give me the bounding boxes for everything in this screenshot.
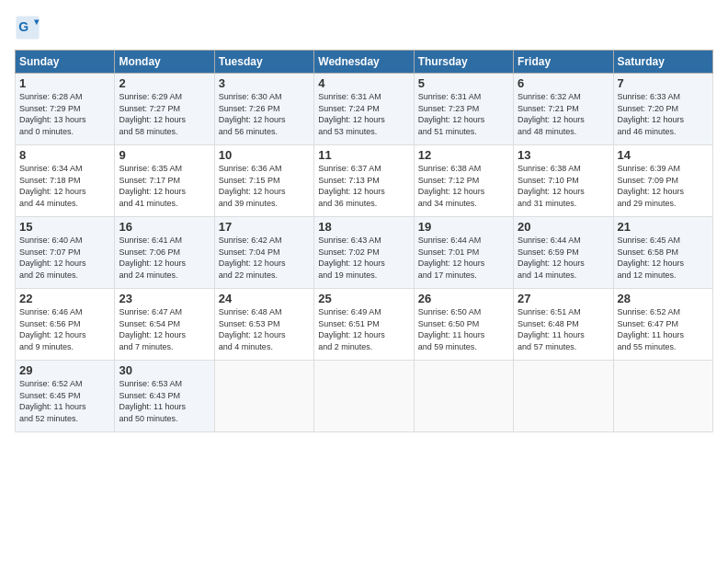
main-container: G SundayMondayTuesdayWednesdayThursdayFr…	[0, 0, 728, 440]
calendar-cell: 27Sunrise: 6:51 AM Sunset: 6:48 PM Dayli…	[514, 289, 613, 361]
calendar-cell: 1Sunrise: 6:28 AM Sunset: 7:29 PM Daylig…	[16, 74, 115, 145]
day-number: 2	[119, 76, 210, 90]
day-info: Sunrise: 6:31 AM Sunset: 7:24 PM Dayligh…	[318, 91, 409, 137]
day-info: Sunrise: 6:52 AM Sunset: 6:47 PM Dayligh…	[618, 306, 709, 352]
calendar-cell: 26Sunrise: 6:50 AM Sunset: 6:50 PM Dayli…	[414, 289, 513, 361]
calendar-cell: 19Sunrise: 6:44 AM Sunset: 7:01 PM Dayli…	[414, 217, 513, 289]
calendar-cell: 20Sunrise: 6:44 AM Sunset: 6:59 PM Dayli…	[514, 217, 613, 289]
day-number: 20	[518, 220, 609, 234]
day-number: 6	[518, 76, 609, 90]
day-info: Sunrise: 6:31 AM Sunset: 7:23 PM Dayligh…	[418, 91, 509, 137]
day-info: Sunrise: 6:53 AM Sunset: 6:43 PM Dayligh…	[119, 378, 210, 424]
day-number: 26	[418, 292, 509, 305]
day-info: Sunrise: 6:38 AM Sunset: 7:12 PM Dayligh…	[418, 163, 509, 209]
day-number: 13	[518, 148, 609, 162]
day-number: 4	[318, 76, 409, 90]
calendar-cell: 18Sunrise: 6:43 AM Sunset: 7:02 PM Dayli…	[314, 217, 414, 289]
day-info: Sunrise: 6:30 AM Sunset: 7:26 PM Dayligh…	[219, 91, 310, 137]
col-header-saturday: Saturday	[613, 51, 712, 74]
calendar-week-row: 1Sunrise: 6:28 AM Sunset: 7:29 PM Daylig…	[16, 74, 713, 145]
day-info: Sunrise: 6:48 AM Sunset: 6:53 PM Dayligh…	[219, 306, 310, 352]
calendar-cell	[214, 361, 313, 432]
day-info: Sunrise: 6:46 AM Sunset: 6:56 PM Dayligh…	[19, 306, 110, 352]
day-number: 28	[618, 292, 709, 305]
svg-text:G: G	[18, 19, 28, 34]
calendar-cell: 6Sunrise: 6:32 AM Sunset: 7:21 PM Daylig…	[514, 74, 613, 145]
calendar-cell: 16Sunrise: 6:41 AM Sunset: 7:06 PM Dayli…	[115, 217, 214, 289]
calendar-table: SundayMondayTuesdayWednesdayThursdayFrid…	[15, 50, 713, 432]
day-info: Sunrise: 6:33 AM Sunset: 7:20 PM Dayligh…	[618, 91, 709, 137]
calendar-cell: 21Sunrise: 6:45 AM Sunset: 6:58 PM Dayli…	[613, 217, 712, 289]
day-info: Sunrise: 6:49 AM Sunset: 6:51 PM Dayligh…	[318, 306, 409, 352]
day-number: 11	[318, 148, 409, 162]
day-number: 3	[219, 76, 310, 90]
col-header-tuesday: Tuesday	[214, 51, 313, 74]
day-number: 22	[19, 292, 110, 305]
calendar-cell: 11Sunrise: 6:37 AM Sunset: 7:13 PM Dayli…	[314, 145, 414, 217]
day-info: Sunrise: 6:50 AM Sunset: 6:50 PM Dayligh…	[418, 306, 509, 352]
day-info: Sunrise: 6:44 AM Sunset: 7:01 PM Dayligh…	[418, 235, 509, 281]
logo-icon: G	[15, 15, 40, 40]
calendar-cell	[314, 361, 414, 432]
calendar-cell: 15Sunrise: 6:40 AM Sunset: 7:07 PM Dayli…	[16, 217, 115, 289]
day-info: Sunrise: 6:42 AM Sunset: 7:04 PM Dayligh…	[219, 235, 310, 281]
day-info: Sunrise: 6:32 AM Sunset: 7:21 PM Dayligh…	[518, 91, 609, 137]
day-number: 9	[119, 148, 210, 162]
day-number: 25	[318, 292, 409, 305]
col-header-thursday: Thursday	[414, 51, 513, 74]
day-number: 17	[219, 220, 310, 234]
day-number: 5	[418, 76, 509, 90]
logo: G	[15, 15, 44, 40]
day-info: Sunrise: 6:43 AM Sunset: 7:02 PM Dayligh…	[318, 235, 409, 281]
calendar-cell	[514, 361, 613, 432]
day-info: Sunrise: 6:41 AM Sunset: 7:06 PM Dayligh…	[119, 235, 210, 281]
day-number: 8	[19, 148, 110, 162]
day-number: 27	[518, 292, 609, 305]
col-header-sunday: Sunday	[16, 51, 115, 74]
day-number: 7	[618, 76, 709, 90]
day-number: 30	[119, 363, 210, 377]
calendar-cell: 13Sunrise: 6:38 AM Sunset: 7:10 PM Dayli…	[514, 145, 613, 217]
day-number: 18	[318, 220, 409, 234]
day-info: Sunrise: 6:52 AM Sunset: 6:45 PM Dayligh…	[19, 378, 110, 424]
day-info: Sunrise: 6:28 AM Sunset: 7:29 PM Dayligh…	[19, 91, 110, 137]
calendar-week-row: 22Sunrise: 6:46 AM Sunset: 6:56 PM Dayli…	[16, 289, 713, 361]
calendar-cell: 5Sunrise: 6:31 AM Sunset: 7:23 PM Daylig…	[414, 74, 513, 145]
day-info: Sunrise: 6:36 AM Sunset: 7:15 PM Dayligh…	[219, 163, 310, 209]
day-info: Sunrise: 6:35 AM Sunset: 7:17 PM Dayligh…	[119, 163, 210, 209]
calendar-cell: 12Sunrise: 6:38 AM Sunset: 7:12 PM Dayli…	[414, 145, 513, 217]
day-number: 12	[418, 148, 509, 162]
col-header-friday: Friday	[514, 51, 613, 74]
calendar-cell: 9Sunrise: 6:35 AM Sunset: 7:17 PM Daylig…	[115, 145, 214, 217]
day-info: Sunrise: 6:37 AM Sunset: 7:13 PM Dayligh…	[318, 163, 409, 209]
day-number: 1	[19, 76, 110, 90]
calendar-week-row: 29Sunrise: 6:52 AM Sunset: 6:45 PM Dayli…	[16, 361, 713, 432]
day-info: Sunrise: 6:45 AM Sunset: 6:58 PM Dayligh…	[618, 235, 709, 281]
day-info: Sunrise: 6:51 AM Sunset: 6:48 PM Dayligh…	[518, 306, 609, 352]
day-number: 23	[119, 292, 210, 305]
calendar-cell: 23Sunrise: 6:47 AM Sunset: 6:54 PM Dayli…	[115, 289, 214, 361]
day-info: Sunrise: 6:47 AM Sunset: 6:54 PM Dayligh…	[119, 306, 210, 352]
day-number: 15	[19, 220, 110, 234]
day-number: 29	[19, 363, 110, 377]
day-number: 24	[219, 292, 310, 305]
calendar-cell: 14Sunrise: 6:39 AM Sunset: 7:09 PM Dayli…	[613, 145, 712, 217]
calendar-cell: 25Sunrise: 6:49 AM Sunset: 6:51 PM Dayli…	[314, 289, 414, 361]
calendar-cell: 28Sunrise: 6:52 AM Sunset: 6:47 PM Dayli…	[613, 289, 712, 361]
calendar-cell: 8Sunrise: 6:34 AM Sunset: 7:18 PM Daylig…	[16, 145, 115, 217]
calendar-cell: 7Sunrise: 6:33 AM Sunset: 7:20 PM Daylig…	[613, 74, 712, 145]
day-number: 14	[618, 148, 709, 162]
calendar-cell: 17Sunrise: 6:42 AM Sunset: 7:04 PM Dayli…	[214, 217, 313, 289]
day-info: Sunrise: 6:38 AM Sunset: 7:10 PM Dayligh…	[518, 163, 609, 209]
calendar-cell: 3Sunrise: 6:30 AM Sunset: 7:26 PM Daylig…	[214, 74, 313, 145]
day-info: Sunrise: 6:34 AM Sunset: 7:18 PM Dayligh…	[19, 163, 110, 209]
day-info: Sunrise: 6:29 AM Sunset: 7:27 PM Dayligh…	[119, 91, 210, 137]
calendar-week-row: 8Sunrise: 6:34 AM Sunset: 7:18 PM Daylig…	[16, 145, 713, 217]
day-info: Sunrise: 6:39 AM Sunset: 7:09 PM Dayligh…	[618, 163, 709, 209]
calendar-week-row: 15Sunrise: 6:40 AM Sunset: 7:07 PM Dayli…	[16, 217, 713, 289]
day-number: 16	[119, 220, 210, 234]
header: G	[15, 15, 713, 40]
calendar-cell	[414, 361, 513, 432]
day-info: Sunrise: 6:44 AM Sunset: 6:59 PM Dayligh…	[518, 235, 609, 281]
col-header-wednesday: Wednesday	[314, 51, 414, 74]
